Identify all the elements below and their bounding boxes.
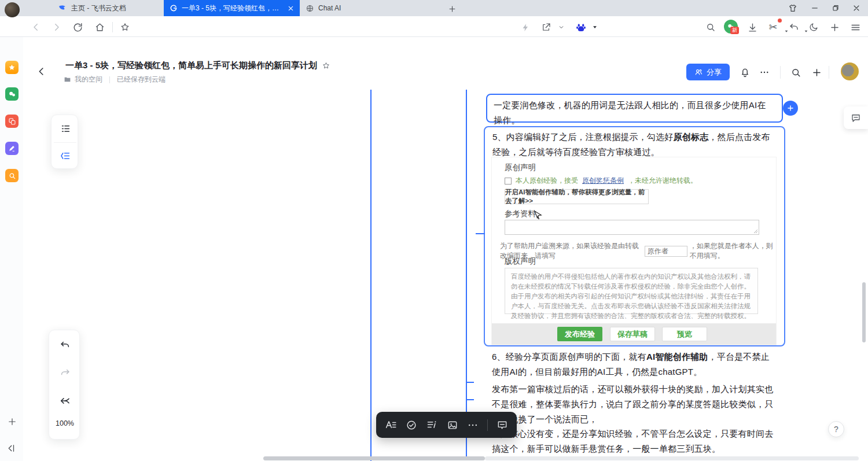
reference-textarea[interactable] — [505, 220, 759, 235]
author-helper-row: 为了帮助用户追溯来源，如果该经验是由转载改编而来，请填写 ，如果您就是作者本人，… — [500, 241, 776, 261]
share-button[interactable]: 分享 — [686, 64, 730, 80]
share-people-icon — [694, 68, 703, 76]
add-block-button[interactable] — [783, 101, 798, 116]
share-caret-icon[interactable] — [554, 20, 568, 34]
back-to-edit-position-button[interactable] — [58, 394, 72, 408]
doc-more-button[interactable] — [757, 65, 772, 80]
baidu-extension-button[interactable] — [574, 20, 588, 34]
selected-image-block[interactable]: 5、内容编辑好了之后，注意根据提示，勾选好原创标志，然后点击发布经验，之后就等待… — [484, 126, 785, 346]
horizontal-scrollbar-track[interactable] — [485, 456, 859, 460]
page-title: 一单3 - 5块，写经验领红包，简单易上手可长期操作的新回享计划 — [65, 60, 317, 71]
browser-menu-button[interactable] — [848, 20, 862, 34]
dark-mode-button[interactable] — [807, 20, 821, 34]
comment-button[interactable] — [496, 419, 508, 431]
insert-image-button[interactable] — [447, 419, 458, 431]
find-in-page-button[interactable] — [704, 20, 718, 34]
undo-button[interactable] — [58, 338, 72, 352]
claim-text: 本人原创经验，接受 — [516, 176, 578, 186]
doc-favicon-icon — [170, 4, 178, 12]
notifications-bell-button[interactable] — [737, 65, 752, 80]
save-draft-button[interactable]: 保存草稿 — [610, 327, 655, 341]
publish-button[interactable]: 发布经验 — [557, 327, 602, 341]
user-avatar[interactable] — [841, 62, 859, 80]
horizontal-scrollbar-thumb[interactable] — [263, 456, 485, 460]
reload-button[interactable] — [71, 20, 84, 34]
claim-rules-link[interactable]: 原创奖惩条例 — [582, 176, 624, 186]
text-run-bold: AI智能创作辅助 — [646, 352, 708, 362]
back-button[interactable] — [29, 20, 43, 34]
paragraph: 但是核心没有变，还是分享知识经验，不管平台怎么设定，只要有时间去搞这个，新手可以… — [492, 426, 774, 456]
tab-title: 主页 - 飞书云文档 — [71, 3, 157, 13]
selected-text-block[interactable]: 一定要润色修改，机器的用词是无法跟人相比的，而且很多少使用AI在操作。 — [486, 94, 783, 123]
copyright-heading: 版权声明 — [505, 256, 536, 267]
download-button[interactable] — [745, 20, 759, 34]
original-author-input[interactable] — [645, 246, 687, 257]
flash-acceleration-icon[interactable] — [518, 20, 532, 34]
block-handle-tick — [466, 399, 474, 400]
collapse-rail-button[interactable] — [6, 443, 16, 453]
more-options-button[interactable] — [467, 419, 479, 431]
folder-icon — [64, 76, 71, 83]
vertical-scrollbar-thumb[interactable] — [862, 282, 866, 342]
minimize-button[interactable] — [808, 2, 822, 14]
original-claim-checkbox[interactable] — [505, 178, 512, 185]
preview-button[interactable]: 预览 — [662, 327, 707, 341]
helper-text: ，如果您就是作者本人，则不用填写。 — [690, 241, 776, 261]
tab-feishu-home[interactable]: 主页 - 飞书云文档 — [52, 0, 163, 16]
favorite-star-icon[interactable] — [322, 61, 330, 70]
zoom-level[interactable]: 100% — [49, 419, 80, 427]
translate-app-icon[interactable] — [5, 115, 19, 128]
original-claim-row: 本人原创经验，接受原创奖惩条例，未经允许谢绝转载。 — [505, 176, 697, 186]
share-page-button[interactable] — [539, 20, 553, 34]
original-claim-heading: 原创声明 — [505, 163, 536, 173]
tab-close-icon[interactable] — [288, 5, 294, 12]
redo-button[interactable] — [58, 366, 72, 380]
bookmark-star-button[interactable] — [118, 20, 132, 34]
toolbar-divider — [112, 22, 113, 32]
scissors-notification-dot — [778, 19, 782, 23]
new-window-button[interactable] — [827, 20, 841, 34]
history-zoom-panel: 100% — [49, 330, 80, 440]
text-run-bold: 原创标志 — [674, 132, 709, 142]
checklist-button[interactable] — [406, 419, 417, 431]
screen: { "window": { "tabs": [ { "title": "主页 -… — [0, 0, 868, 461]
help-button[interactable]: ? — [828, 421, 844, 437]
doc-title-row: 一单3 - 5块，写经验领红包，简单易上手可长期操作的新回享计划 — [65, 60, 330, 71]
list-format-button[interactable] — [426, 419, 438, 431]
favorites-star-app-icon[interactable] — [5, 61, 19, 74]
collapse-outline-button[interactable] — [58, 149, 72, 163]
notes-pen-app-icon[interactable] — [5, 142, 19, 155]
doc-search-button[interactable] — [788, 65, 803, 80]
header-divider — [780, 66, 781, 79]
tab-title: Chat AI — [318, 4, 439, 12]
wechat-plugin-button[interactable]: 新 — [723, 19, 740, 35]
ai-assist-banner[interactable]: 开启AI智能创作辅助，帮你获得更多浏览量，前去了解>> — [505, 189, 649, 204]
globe-favicon-icon — [306, 4, 314, 13]
mouse-cursor-icon — [534, 211, 542, 220]
search-app-icon[interactable] — [5, 169, 19, 182]
screenshot-scissors-button[interactable]: ✂ — [766, 20, 780, 34]
embedded-screenshot[interactable]: 原创声明 本人原创经验，接受原创奖惩条例，未经允许谢绝转载。 开启AI智能创作辅… — [491, 157, 777, 345]
space-name[interactable]: 我的空间 — [75, 75, 102, 84]
close-button[interactable] — [849, 2, 863, 14]
comment-side-button[interactable] — [844, 106, 868, 129]
browser-profile-avatar[interactable] — [5, 2, 20, 17]
doc-back-button[interactable] — [35, 65, 47, 78]
text-run: 5、内容编辑好了之后，注意根据提示，勾选好 — [492, 132, 674, 142]
text-style-button[interactable] — [385, 419, 397, 431]
wechat-app-icon[interactable] — [5, 87, 19, 101]
baidu-caret-icon[interactable] — [588, 20, 602, 34]
doc-create-button[interactable] — [809, 65, 824, 80]
new-tab-button[interactable] — [446, 2, 458, 15]
resize-handle-icon[interactable] — [753, 229, 758, 234]
tab-current-doc[interactable]: 一单3 - 5块，写经验领红包，简单易 — [164, 0, 300, 16]
maximize-button[interactable] — [829, 2, 843, 14]
home-button[interactable] — [93, 20, 106, 34]
forward-button[interactable] — [50, 20, 64, 34]
toolbar-divider — [487, 419, 488, 431]
floating-format-toolbar — [376, 412, 517, 438]
outline-list-button[interactable] — [58, 121, 72, 135]
theme-skin-button[interactable] — [786, 2, 800, 14]
tab-chat-ai[interactable]: Chat AI — [300, 0, 444, 16]
rail-add-button[interactable] — [7, 416, 17, 427]
